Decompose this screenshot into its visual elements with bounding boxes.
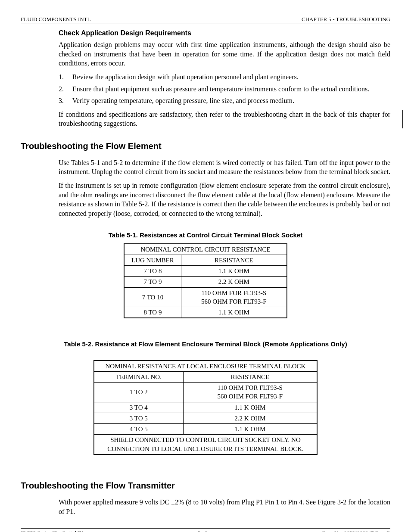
table-caption-5-1: Table 5-1. Resistances at Control Circui… bbox=[21, 231, 390, 240]
paragraph: Application design problems may occur wi… bbox=[59, 40, 390, 68]
table-cell: 1 TO 2 bbox=[94, 383, 183, 402]
list-item: 1.Review the application design with pla… bbox=[59, 72, 390, 82]
footer-left: FLT™ Series FlexSwitch™ bbox=[21, 529, 83, 532]
table-cell: 8 TO 9 bbox=[124, 307, 181, 318]
paragraph: With power applied measure 9 volts DC ±2… bbox=[59, 498, 390, 516]
table-title: NOMINAL RESISTANCE AT LOCAL ENCLOSURE TE… bbox=[94, 361, 317, 372]
table-cell: 2.2 K OHM bbox=[181, 277, 287, 287]
table-cell: 1.1 K OHM bbox=[181, 307, 287, 318]
numbered-list: 1.Review the application design with pla… bbox=[59, 72, 390, 106]
table-title: NOMINAL CONTROL CIRCUIT RESISTANCE bbox=[124, 244, 287, 255]
col-header: RESISTANCE bbox=[183, 371, 317, 382]
paragraph-with-change-bar: If conditions and specifications are sat… bbox=[59, 110, 390, 128]
list-item: 3.Verify operating temperature, operatin… bbox=[59, 96, 390, 106]
table-cell: 1.1 K OHM bbox=[183, 402, 317, 413]
table-cell: 7 TO 9 bbox=[124, 277, 181, 287]
header-right: CHAPTER 5 - TROUBLESHOOTING bbox=[302, 16, 390, 23]
col-header: RESISTANCE bbox=[181, 255, 287, 265]
table-cell: 110 OHM FOR FLT93-S560 OHM FOR FLT93-F bbox=[181, 287, 287, 307]
table-cell: 4 TO 5 bbox=[94, 424, 183, 435]
table-5-2: NOMINAL RESISTANCE AT LOCAL ENCLOSURE TE… bbox=[93, 360, 318, 455]
subheading-check-app: Check Application Design Requirements bbox=[59, 28, 390, 38]
table-cell: 110 OHM FOR FLT93-S560 OHM FOR FLT93-F bbox=[183, 383, 317, 402]
section-heading-flow-transmitter: Troubleshooting the Flow Transmitter bbox=[21, 480, 390, 492]
list-item: 2.Ensure that plant equipment such as pr… bbox=[59, 84, 390, 94]
col-header: LUG NUMBER bbox=[124, 255, 181, 265]
table-cell: 3 TO 5 bbox=[94, 413, 183, 423]
page-header: FLUID COMPONENTS INTL CHAPTER 5 - TROUBL… bbox=[21, 16, 390, 24]
table-cell: 1.1 K OHM bbox=[181, 266, 287, 277]
header-left: FLUID COMPONENTS INTL bbox=[21, 16, 91, 23]
paragraph: If the instrument is set up in remote co… bbox=[59, 181, 390, 218]
table-cell: 1.1 K OHM bbox=[183, 424, 317, 435]
table-cell: 7 TO 10 bbox=[124, 287, 181, 307]
list-text: Ensure that plant equipment such as pres… bbox=[72, 84, 369, 94]
list-number: 2. bbox=[59, 84, 72, 94]
table-cell: 3 TO 4 bbox=[94, 402, 183, 413]
table-caption-5-2: Table 5-2. Resistance at Flow Element En… bbox=[21, 340, 390, 348]
list-text: Review the application design with plant… bbox=[72, 72, 299, 82]
section-heading-flow-element: Troubleshooting the Flow Element bbox=[21, 140, 390, 152]
table-note: SHIELD CONNECTED TO CONTROL CIRCUIT SOCK… bbox=[94, 435, 317, 454]
table-5-1: NOMINAL CONTROL CIRCUIT RESISTANCE LUG N… bbox=[124, 243, 287, 319]
footer-right: Doc. No. 06EN003247 Rev. B bbox=[322, 529, 390, 532]
list-number: 3. bbox=[59, 96, 72, 106]
page-footer: FLT™ Series FlexSwitch™ 5 - 2 Doc. No. 0… bbox=[21, 528, 390, 532]
paragraph: Use Tables 5-1 and 5-2 to determine if t… bbox=[59, 158, 390, 177]
col-header: TERMINAL NO. bbox=[94, 371, 183, 382]
list-number: 1. bbox=[59, 72, 72, 82]
footer-center: 5 - 2 bbox=[197, 529, 208, 532]
table-cell: 2.2 K OHM bbox=[183, 413, 317, 423]
table-cell: 7 TO 8 bbox=[124, 266, 181, 277]
list-text: Verify operating temperature, operating … bbox=[72, 96, 294, 106]
